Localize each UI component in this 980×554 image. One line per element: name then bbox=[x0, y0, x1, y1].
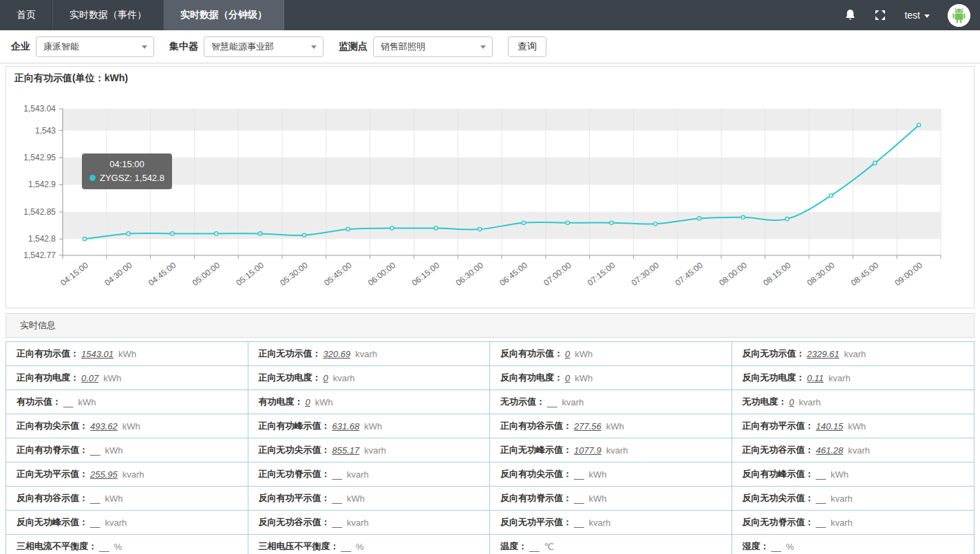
info-value-link[interactable]: 0 bbox=[565, 373, 570, 383]
info-cell: 反向有功平示值：__kWh bbox=[248, 487, 491, 511]
x-axis-label: 08:15:00 bbox=[761, 260, 793, 288]
data-point-marker[interactable] bbox=[346, 228, 350, 231]
info-value-link[interactable]: 1543.01 bbox=[81, 349, 114, 359]
info-value-link[interactable]: 0 bbox=[306, 397, 310, 407]
info-cell-label: 正向有功谷示值： bbox=[500, 420, 572, 432]
info-cell: 正向有功脊示值：__kWh bbox=[6, 438, 248, 462]
info-cell: 反向无功尖示值：__kvarh bbox=[732, 487, 974, 511]
y-axis-label: 1,542.77 bbox=[23, 251, 56, 260]
data-point-marker[interactable] bbox=[829, 194, 833, 198]
data-point-marker[interactable] bbox=[522, 221, 525, 224]
info-cell-unit: kWh bbox=[105, 445, 122, 456]
info-cell-unit: kvarh bbox=[831, 493, 853, 504]
info-table: 正向有功示值：1543.01kWh正向无功示值：320.69kvarh反向有功示… bbox=[6, 341, 974, 554]
info-cell: 反向有功脊示值：__kWh bbox=[490, 487, 732, 511]
info-value-link: __ bbox=[90, 445, 100, 456]
info-value-link[interactable]: 0 bbox=[323, 373, 328, 383]
data-point-marker[interactable] bbox=[654, 222, 657, 226]
info-value-link[interactable]: 855.17 bbox=[332, 445, 360, 456]
nav-tab-0[interactable]: 首页 bbox=[0, 0, 53, 30]
data-point-marker[interactable] bbox=[434, 226, 438, 230]
nav-tab-2[interactable]: 实时数据（分钟级） bbox=[164, 0, 284, 30]
nav-tab-1[interactable]: 实时数据（事件） bbox=[53, 0, 164, 30]
x-axis-label: 07:45:00 bbox=[674, 260, 705, 288]
concentrator-select[interactable]: 智慧能源事业部 bbox=[204, 36, 323, 57]
data-point-marker[interactable] bbox=[127, 232, 130, 235]
query-button[interactable]: 查询 bbox=[508, 36, 546, 57]
info-cell-label: 反向有功尖示值： bbox=[500, 468, 572, 480]
data-point-marker[interactable] bbox=[259, 232, 262, 235]
info-value-link[interactable]: 0.07 bbox=[81, 373, 98, 383]
info-cell: 正向无功峰示值：1077.9kvarh bbox=[490, 438, 732, 462]
info-value-link[interactable]: 0.11 bbox=[807, 373, 824, 383]
info-value-link[interactable]: 461.28 bbox=[816, 445, 844, 456]
x-axis-label: 05:30:00 bbox=[278, 260, 310, 288]
x-axis-label: 05:45:00 bbox=[322, 260, 354, 288]
point-select[interactable]: 销售部照明 bbox=[373, 36, 493, 57]
fullscreen-icon[interactable] bbox=[874, 9, 886, 21]
info-value-link: __ bbox=[547, 397, 557, 407]
info-value-link: __ bbox=[574, 493, 584, 504]
data-point-marker[interactable] bbox=[610, 221, 613, 224]
info-cell-label: 反向无功尖示值： bbox=[743, 492, 814, 504]
info-cell: 反向有功示值：0kWh bbox=[490, 342, 732, 366]
point-label: 监测点 bbox=[339, 41, 368, 53]
data-point-marker[interactable] bbox=[566, 221, 569, 224]
chevron-down-icon bbox=[924, 14, 930, 18]
info-cell: 反向无功示值：2329.61kvarh bbox=[732, 342, 974, 366]
x-axis-label: 08:45:00 bbox=[849, 260, 881, 288]
info-cell-label: 反向无功电度： bbox=[743, 372, 805, 384]
concentrator-label: 集中器 bbox=[169, 41, 198, 53]
bell-icon[interactable] bbox=[844, 9, 856, 22]
info-cell: 三相电压不平衡度：__% bbox=[248, 535, 491, 554]
info-cell-unit: kvarh bbox=[588, 518, 610, 528]
info-value-link: __ bbox=[341, 542, 351, 552]
info-value-link[interactable]: 2329.61 bbox=[807, 349, 840, 359]
data-point-marker[interactable] bbox=[917, 123, 921, 127]
x-axis-label: 04:15:00 bbox=[58, 260, 90, 288]
info-cell: 反向有功尖示值：__kWh bbox=[490, 462, 732, 487]
info-value-link[interactable]: 0 bbox=[789, 397, 794, 407]
chevron-down-icon bbox=[142, 45, 147, 49]
info-value-link[interactable]: 0 bbox=[565, 349, 570, 359]
info-cell: 反向无功平示值：__kvarh bbox=[490, 511, 732, 535]
nav-tabs: 首页实时数据（事件）实时数据（分钟级） bbox=[0, 0, 284, 30]
info-value-link[interactable]: 320.69 bbox=[323, 349, 351, 359]
data-point-marker[interactable] bbox=[171, 232, 174, 235]
info-value-link[interactable]: 493.62 bbox=[90, 421, 118, 432]
info-cell: 正向无功示值：320.69kvarh bbox=[248, 342, 491, 366]
info-cell: 反向有功电度：0kWh bbox=[490, 366, 732, 390]
filter-bar: 企业 康派智能 集中器 智慧能源事业部 监测点 销售部照明 查询 bbox=[0, 30, 980, 63]
data-point-marker[interactable] bbox=[478, 228, 482, 231]
info-cell-label: 正向有功示值： bbox=[17, 348, 79, 360]
info-cell-unit: kvarh bbox=[105, 518, 127, 528]
info-cell-label: 正向有功平示值： bbox=[743, 420, 814, 432]
user-menu[interactable]: test bbox=[904, 10, 930, 21]
x-axis-label: 04:45:00 bbox=[147, 260, 178, 288]
x-axis-label: 08:00:00 bbox=[717, 260, 749, 288]
info-cell: 正向无功平示值：255.95kvarh bbox=[6, 462, 248, 487]
info-cell: 正向有功平示值：140.15kWh bbox=[732, 414, 974, 438]
enterprise-select[interactable]: 康派智能 bbox=[36, 36, 154, 57]
page: 首页实时数据（事件）实时数据（分钟级） test bbox=[0, 0, 980, 554]
info-value-link[interactable]: 1077.9 bbox=[574, 445, 601, 456]
data-point-marker[interactable] bbox=[302, 233, 306, 237]
data-point-marker[interactable] bbox=[215, 232, 218, 235]
data-point-marker[interactable] bbox=[785, 217, 789, 221]
data-point-marker[interactable] bbox=[741, 215, 745, 219]
info-cell-label: 无功电度： bbox=[743, 396, 787, 408]
data-point-marker[interactable] bbox=[83, 237, 86, 241]
info-value-link[interactable]: 140.15 bbox=[816, 421, 844, 432]
info-cell-label: 反向有功谷示值： bbox=[17, 492, 88, 504]
android-avatar[interactable] bbox=[948, 4, 970, 27]
info-cell: 正向有功示值：1543.01kWh bbox=[6, 342, 248, 366]
info-value-link[interactable]: 631.68 bbox=[332, 421, 360, 432]
info-cell-label: 反向无功示值： bbox=[743, 348, 805, 360]
data-point-marker[interactable] bbox=[698, 217, 701, 220]
info-cell-label: 反向无功平示值： bbox=[500, 516, 572, 529]
data-point-marker[interactable] bbox=[390, 226, 394, 230]
info-value-link[interactable]: 277.56 bbox=[574, 421, 601, 432]
data-point-marker[interactable] bbox=[873, 161, 877, 164]
info-cell-unit: kWh bbox=[315, 397, 333, 407]
info-value-link[interactable]: 255.95 bbox=[90, 469, 118, 480]
